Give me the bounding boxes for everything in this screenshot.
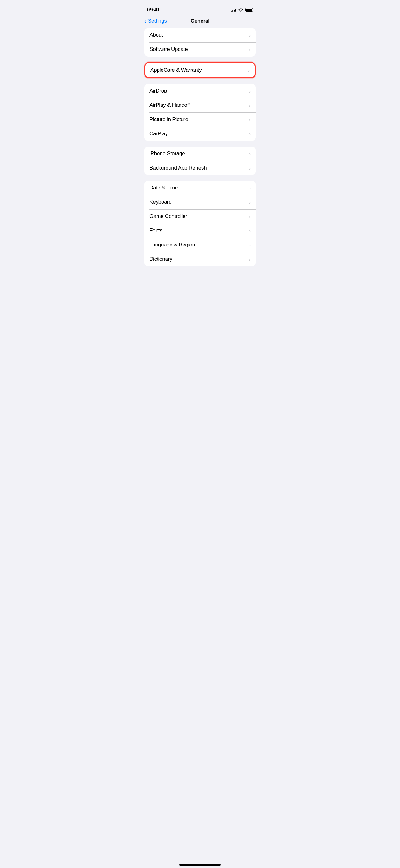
settings-group-top: About › Software Update ›	[144, 28, 256, 57]
chevron-right-icon-applecare: ›	[248, 68, 249, 73]
chevron-right-icon-airdrop: ›	[249, 89, 251, 94]
page-title: General	[190, 18, 209, 24]
wifi-icon	[238, 8, 243, 12]
settings-row-label-game-controller: Game Controller	[149, 213, 187, 219]
status-bar: 09:41	[139, 0, 261, 16]
chevron-right-icon-carplay: ›	[249, 131, 251, 136]
chevron-right-icon-language-region: ›	[249, 243, 251, 248]
settings-row-applecare[interactable]: AppleCare & Warranty ›	[145, 63, 255, 77]
chevron-right-icon-date-time: ›	[249, 185, 251, 191]
settings-row-about[interactable]: About ›	[144, 28, 256, 42]
settings-row-background-app-refresh[interactable]: Background App Refresh ›	[144, 161, 256, 175]
chevron-right-icon-software-update: ›	[249, 47, 251, 52]
settings-row-label-fonts: Fonts	[149, 227, 163, 234]
settings-group-storage: iPhone Storage › Background App Refresh …	[144, 147, 256, 175]
chevron-right-icon-keyboard: ›	[249, 199, 251, 205]
settings-row-label-picture-in-picture: Picture in Picture	[149, 116, 188, 123]
chevron-right-icon-iphone-storage: ›	[249, 151, 251, 156]
settings-content: About › Software Update › AppleCare & Wa…	[139, 28, 261, 266]
settings-group-connectivity: AirDrop › AirPlay & Handoff › Picture in…	[144, 84, 256, 141]
chevron-right-icon-picture-in-picture: ›	[249, 117, 251, 122]
chevron-right-icon-dictionary: ›	[249, 257, 251, 262]
settings-row-label-background-app-refresh: Background App Refresh	[149, 165, 207, 171]
settings-row-software-update[interactable]: Software Update ›	[144, 42, 256, 57]
nav-bar: ‹ Settings General	[139, 16, 261, 28]
settings-row-label-iphone-storage: iPhone Storage	[149, 151, 185, 157]
signal-icon	[231, 8, 236, 12]
settings-row-label-dictionary: Dictionary	[149, 256, 172, 262]
status-icons	[231, 8, 253, 12]
chevron-right-icon-about: ›	[249, 33, 251, 38]
status-time: 09:41	[147, 7, 160, 13]
settings-row-label-applecare: AppleCare & Warranty	[151, 67, 202, 73]
chevron-right-icon-game-controller: ›	[249, 214, 251, 219]
settings-row-language-region[interactable]: Language & Region ›	[144, 238, 256, 252]
settings-row-dictionary[interactable]: Dictionary ›	[144, 252, 256, 266]
back-chevron-icon: ‹	[144, 18, 147, 24]
settings-row-label-airdrop: AirDrop	[149, 88, 167, 94]
settings-row-airplay-handoff[interactable]: AirPlay & Handoff ›	[144, 98, 256, 113]
chevron-right-icon-fonts: ›	[249, 228, 251, 234]
settings-row-date-time[interactable]: Date & Time ›	[144, 181, 256, 195]
settings-row-airdrop[interactable]: AirDrop ›	[144, 84, 256, 98]
chevron-right-icon-airplay-handoff: ›	[249, 103, 251, 108]
settings-row-picture-in-picture[interactable]: Picture in Picture ›	[144, 113, 256, 127]
chevron-right-icon-background-app-refresh: ›	[249, 165, 251, 171]
back-button[interactable]: ‹ Settings	[144, 18, 167, 24]
settings-row-fonts[interactable]: Fonts ›	[144, 223, 256, 238]
settings-row-label-carplay: CarPlay	[149, 131, 168, 137]
settings-row-label-airplay-handoff: AirPlay & Handoff	[149, 102, 190, 108]
settings-row-label-keyboard: Keyboard	[149, 199, 171, 205]
back-button-label: Settings	[148, 18, 167, 24]
settings-row-label-software-update: Software Update	[149, 46, 188, 53]
settings-row-label-language-region: Language & Region	[149, 242, 195, 248]
settings-row-label-date-time: Date & Time	[149, 185, 178, 191]
settings-row-label-about: About	[149, 32, 163, 38]
settings-group-system: Date & Time › Keyboard › Game Controller…	[144, 181, 256, 266]
settings-row-keyboard[interactable]: Keyboard ›	[144, 195, 256, 209]
battery-icon	[245, 8, 253, 12]
settings-row-carplay[interactable]: CarPlay ›	[144, 127, 256, 141]
settings-group-applecare: AppleCare & Warranty ›	[144, 62, 256, 78]
settings-row-game-controller[interactable]: Game Controller ›	[144, 209, 256, 223]
settings-row-iphone-storage[interactable]: iPhone Storage ›	[144, 147, 256, 161]
